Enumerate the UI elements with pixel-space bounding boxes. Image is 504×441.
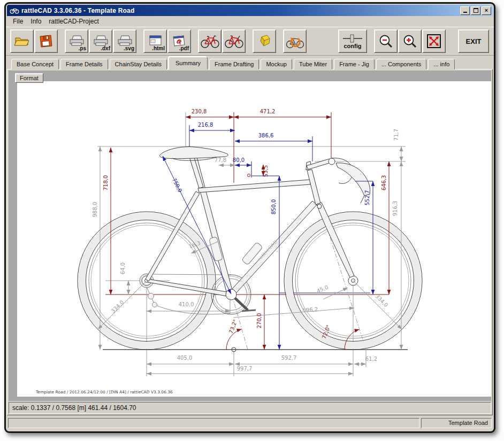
menu-info[interactable]: Info (27, 17, 45, 26)
tab-tube-miter[interactable]: Tube Miter (294, 59, 332, 69)
bike-refresh-icon (285, 33, 305, 49)
export-dxf-label: .dxf (101, 45, 110, 51)
tab-info[interactable]: ... info (428, 59, 455, 69)
config-button[interactable]: config (338, 29, 367, 53)
export-ps-button[interactable]: .ps (65, 29, 88, 53)
minimize-icon (463, 12, 467, 13)
file-group (10, 29, 58, 53)
config-group: config (338, 29, 368, 53)
status-left-cell (8, 418, 419, 428)
close-icon: × (485, 7, 488, 13)
save-button[interactable] (34, 29, 58, 53)
title-bar[interactable]: rattleCAD 3.3.06.36 - Template Road × (7, 5, 493, 16)
fit-view-icon (426, 34, 441, 49)
maximize-icon (474, 8, 478, 13)
status-project-cell: Template Road (421, 418, 492, 428)
export-ps-label: .ps (79, 45, 86, 51)
dimension-label: 850,0 (271, 199, 277, 215)
open-folder-icon (14, 34, 30, 48)
tab-frame-jig[interactable]: Frame - Jig (334, 59, 375, 69)
zoom-fit-button[interactable] (422, 29, 446, 53)
view-group (198, 29, 246, 53)
dimension-label: 80,0 (233, 157, 245, 163)
export-pdf-button[interactable]: .pdf (167, 29, 191, 53)
dimension-label: 45,0 (316, 284, 329, 294)
bicycle-drawing: rattleCAD (17, 81, 491, 397)
print-export-group: .ps .dxf .svg (65, 29, 137, 53)
frame (146, 155, 354, 300)
window-title: rattleCAD 3.3.06.36 - Template Road (21, 7, 460, 14)
notebook-tabs: Base Concept Frame Details ChainStay Det… (6, 56, 494, 69)
tab-mockup[interactable]: Mockup (261, 59, 292, 69)
tab-frame-details[interactable]: Frame Details (60, 59, 108, 69)
scale-readout: scale: 0.1337 / 0.7568 [m] 461.44 / 1604… (12, 404, 136, 412)
summary-panel: Format (7, 69, 493, 415)
export-html-button[interactable]: .html (143, 29, 167, 53)
tab-summary[interactable]: Summary (169, 57, 208, 70)
tab-components[interactable]: ... Components (376, 59, 427, 69)
export-svg-button[interactable]: .svg (113, 29, 136, 53)
bottle-cages (209, 237, 263, 265)
dimension-label: 988,0 (92, 202, 98, 218)
eraser-icon (257, 34, 272, 49)
zoom-in-button[interactable] (398, 29, 422, 53)
dimension-label: 53,5 (263, 165, 269, 177)
refresh-group (283, 29, 307, 53)
zoom-out-button[interactable] (374, 29, 398, 53)
dimension-label: 646,3 (381, 175, 387, 191)
tab-base-concept[interactable]: Base Concept (11, 59, 59, 69)
dimension-label: 997,7 (237, 366, 253, 372)
screen: rattleCAD 3.3.06.36 - Template Road × Fi… (0, 0, 504, 441)
dimension-label: 386,6 (258, 133, 274, 138)
toolbar: .ps .dxf .svg (6, 27, 494, 56)
dimension-label: 77,8 (215, 157, 226, 163)
export-html-label: .html (152, 45, 165, 51)
dimension-label: 230,8 (192, 109, 207, 114)
scale-bar: scale: 0.1337 / 0.7568 [m] 461.44 / 1604… (9, 402, 491, 414)
tab-chainstay-details[interactable]: ChainStay Details (110, 59, 167, 69)
drawing-canvas[interactable]: Format (9, 71, 491, 401)
dimension-label: 216,8 (198, 122, 213, 128)
dimension-label: 471,2 (260, 109, 276, 114)
minimize-button[interactable] (460, 6, 470, 15)
dimension-label: 750,0 (171, 177, 184, 194)
dimension-lines (98, 117, 402, 374)
dimension-label: 334,0 (374, 293, 389, 308)
exit-button[interactable]: EXIT (458, 29, 489, 53)
close-button[interactable]: × (482, 6, 491, 15)
dimension-label: 270,0 (256, 313, 262, 329)
eraser-button[interactable] (253, 29, 276, 53)
maximize-button[interactable] (471, 6, 480, 15)
zoom-out-icon (378, 34, 393, 49)
export-dxf-button[interactable]: .dxf (89, 29, 112, 53)
menu-file[interactable]: File (9, 17, 27, 26)
bike-frame-button[interactable] (222, 29, 246, 53)
dimension-label: 718,0 (103, 175, 109, 191)
tab-frame-drafting[interactable]: Frame Drafting (209, 59, 259, 69)
config-label: config (344, 43, 362, 49)
bike-icon (224, 34, 243, 49)
dimension-label: 73,2° (228, 319, 239, 334)
bike-geometry-button[interactable] (198, 29, 222, 53)
format-button[interactable]: Format (15, 73, 43, 83)
open-button[interactable] (10, 29, 34, 53)
dimension-label: 61,2 (365, 356, 377, 362)
zoom-in-icon (402, 34, 417, 49)
export-svg-label: .svg (124, 45, 134, 51)
dimension-label: 916,3 (392, 201, 398, 216)
save-floppy-icon (39, 34, 53, 48)
tools-group (253, 29, 277, 53)
bike-icon (200, 34, 219, 49)
drawing-footer-note: Template Road / 2012.06.24/12:00 / [DIN … (35, 390, 173, 394)
reference-lines (97, 112, 408, 376)
zoom-group (374, 29, 446, 53)
dimension-label: 334,0 (110, 299, 125, 314)
dimension-label: 552,7 (364, 190, 370, 206)
menu-rattlecad-project[interactable]: rattleCAD-Project (45, 17, 102, 26)
dimension-label: 64,0 (120, 262, 126, 274)
dimension-label: 592,7 (281, 355, 297, 361)
document-export-group: .html .pdf (143, 29, 192, 53)
refresh-view-button[interactable] (283, 29, 307, 53)
drawing-page[interactable]: rattleCAD (17, 81, 491, 397)
export-pdf-label: .pdf (179, 45, 189, 51)
